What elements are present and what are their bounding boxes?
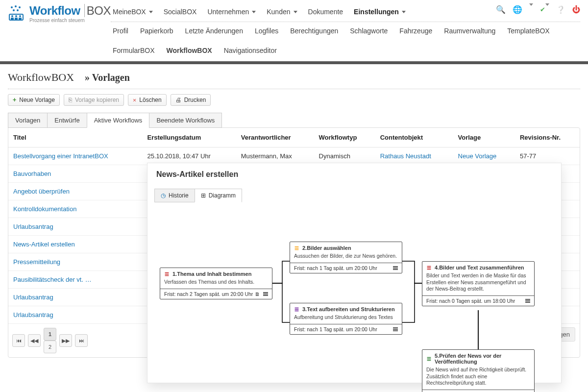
- svg-rect-10: [15, 18, 18, 20]
- tab-beendete-workflows[interactable]: Beendete Workflows: [149, 113, 222, 128]
- page-title: WorkflowBOX: [8, 71, 74, 84]
- nav-dokumente[interactable]: Dokumente: [308, 8, 343, 16]
- subnav-formularbox[interactable]: FormularBOX: [113, 47, 155, 54]
- workflow-diagram-panel: News-Artikel erstellen ◷Historie ⊞Diagra…: [147, 163, 562, 383]
- doc-icon: 🗎: [255, 291, 260, 297]
- status-ok-icon[interactable]: ✔: [540, 6, 549, 13]
- sub-nav: ProfilPapierkorbLetzte ÄnderungenLogfile…: [111, 22, 580, 59]
- list-icon: ☰: [164, 271, 170, 277]
- new-template-button[interactable]: +Neue Vorlage: [8, 94, 60, 106]
- subnav-workflowbox[interactable]: WorkflowBOX: [167, 47, 212, 54]
- diagram-icon: ⊞: [201, 192, 206, 199]
- caret-down-icon: [252, 11, 256, 13]
- row-title-link[interactable]: Pressemitteilung: [13, 258, 60, 266]
- help-icon[interactable]: ❔: [556, 5, 565, 14]
- list-icon: ☰: [426, 265, 432, 270]
- nav-meinebox[interactable]: MeineBOX: [113, 8, 153, 16]
- svg-point-0: [11, 6, 13, 8]
- delete-button[interactable]: ✕Löschen: [128, 94, 167, 106]
- pager-next-button[interactable]: ▶▶: [59, 334, 72, 347]
- row-title-link[interactable]: Kontrolldokumentation: [13, 205, 76, 213]
- row-title-link[interactable]: Urlaubsantrag: [13, 294, 53, 301]
- print-button[interactable]: 🖨Drucken: [171, 94, 211, 106]
- caret-down-icon: [149, 11, 153, 13]
- nav-einstellungen[interactable]: Einstellungen: [354, 8, 406, 16]
- x-icon: ✕: [133, 97, 136, 103]
- tab-aktive-workflows[interactable]: Aktive Workflows: [87, 113, 150, 128]
- flag-de-icon[interactable]: [529, 6, 533, 13]
- menu-icon[interactable]: [525, 299, 530, 303]
- row-title-link[interactable]: Bauvorhaben: [13, 170, 51, 177]
- pager-page-2[interactable]: 2: [44, 341, 56, 353]
- subnav-logfiles[interactable]: Logfiles: [255, 27, 278, 35]
- nav-socialbox[interactable]: SocialBOX: [164, 8, 197, 16]
- row-title-link[interactable]: Urlaubsantrag: [13, 311, 53, 318]
- app-logo[interactable]: Workflow BOX Prozesse einfach steuern: [8, 4, 111, 23]
- list-icon: ☰: [426, 356, 432, 362]
- svg-point-3: [13, 9, 15, 11]
- column-header[interactable]: Revisions-Nr.: [515, 128, 580, 147]
- search-icon[interactable]: 🔍: [496, 5, 506, 14]
- pager-page-1[interactable]: 1: [44, 328, 56, 341]
- pager-first-button[interactable]: ⏮: [12, 334, 25, 347]
- pager-last-button[interactable]: ⏭: [75, 334, 88, 347]
- pager-prev-button[interactable]: ◀◀: [28, 334, 41, 347]
- logo-icon: [8, 4, 24, 23]
- subnav-raumverwaltung[interactable]: Raumverwaltung: [444, 27, 495, 35]
- column-header[interactable]: Titel: [8, 128, 143, 147]
- tab-diagramm[interactable]: ⊞Diagramm: [195, 189, 242, 202]
- tab-vorlagen[interactable]: Vorlagen: [8, 113, 48, 128]
- row-title-link[interactable]: Angebot überprüfen: [13, 188, 70, 195]
- caret-down-icon: [402, 11, 406, 13]
- panel-title: News-Artikel erstellen: [147, 163, 561, 186]
- subnav-schlagworte[interactable]: Schlagworte: [350, 27, 388, 35]
- svg-rect-9: [11, 18, 14, 20]
- svg-point-4: [17, 9, 19, 11]
- subnav-letzte änderungen[interactable]: Letzte Änderungen: [185, 27, 243, 35]
- column-header[interactable]: Contentobjekt: [375, 128, 453, 147]
- row-title-link[interactable]: Bestellvorgang einer IntranetBOX: [13, 152, 108, 160]
- tab-historie[interactable]: ◷Historie: [154, 189, 195, 202]
- content-object-link[interactable]: Rathaus Neustadt: [380, 152, 431, 160]
- svg-point-6: [11, 15, 13, 17]
- logo-title-b: BOX: [84, 4, 111, 17]
- row-title-link[interactable]: News-Artikel erstellen: [13, 241, 75, 248]
- caret-down-icon: [294, 11, 297, 13]
- subnav-templatebox[interactable]: TemplateBOX: [507, 27, 549, 35]
- workflow-node[interactable]: ☰5.Prüfen der News vor der Veröffentlich…: [422, 349, 535, 392]
- menu-icon[interactable]: [263, 292, 268, 296]
- plus-icon: +: [13, 97, 16, 103]
- workflow-node[interactable]: ☰4.Bilder und Text zusammenführen Bilder…: [422, 261, 535, 306]
- nav-kunden[interactable]: Kunden: [267, 8, 297, 16]
- logo-title-a: Workflow: [29, 4, 80, 17]
- subnav-fahrzeuge[interactable]: Fahrzeuge: [399, 27, 432, 35]
- column-header[interactable]: Vorlage: [453, 128, 515, 147]
- menu-icon[interactable]: [393, 266, 398, 270]
- workflow-node[interactable]: ☰2.Bilder auswählen Aussuchen der Bilder…: [290, 242, 402, 273]
- column-header[interactable]: Erstellungsdatum: [143, 128, 236, 147]
- menu-icon[interactable]: [393, 327, 398, 331]
- copy-template-button[interactable]: ⎘Vorlage kopieren: [64, 94, 124, 106]
- power-icon[interactable]: ⏻: [572, 5, 580, 14]
- subnav-profil[interactable]: Profil: [113, 27, 128, 35]
- workflow-node[interactable]: ☰3.Text aufbereiten und Strukturieren Au…: [290, 303, 402, 335]
- breadcrumb: » Vorlagen: [85, 72, 130, 83]
- svg-point-2: [19, 6, 21, 8]
- nav-unternehmen[interactable]: Unternehmen: [207, 8, 256, 16]
- workflow-node[interactable]: ☰1.Thema und Inhalt bestimmen Verfassen …: [160, 268, 272, 299]
- subnav-berechtigungen[interactable]: Berechtigungen: [290, 27, 338, 35]
- row-title-link[interactable]: Urlaubsantrag: [13, 223, 53, 230]
- tab-entwürfe[interactable]: Entwürfe: [47, 113, 87, 128]
- template-link[interactable]: Neue Vorlage: [458, 152, 497, 160]
- svg-point-1: [15, 5, 17, 7]
- clock-icon: ◷: [161, 192, 166, 199]
- globe-icon[interactable]: 🌐: [513, 5, 522, 14]
- subnav-papierkorb[interactable]: Papierkorb: [140, 27, 173, 35]
- list-icon: ☰: [294, 245, 299, 251]
- column-header[interactable]: Workflowtyp: [314, 128, 375, 147]
- subnav-navigationseditor[interactable]: Navigationseditor: [224, 47, 277, 54]
- list-icon: ☰: [294, 307, 299, 312]
- logo-subtitle: Prozesse einfach steuern: [29, 18, 111, 23]
- column-header[interactable]: Verantwortlicher: [236, 128, 314, 147]
- row-title-link[interactable]: Pausibilitätscheck der vt. …: [13, 276, 92, 283]
